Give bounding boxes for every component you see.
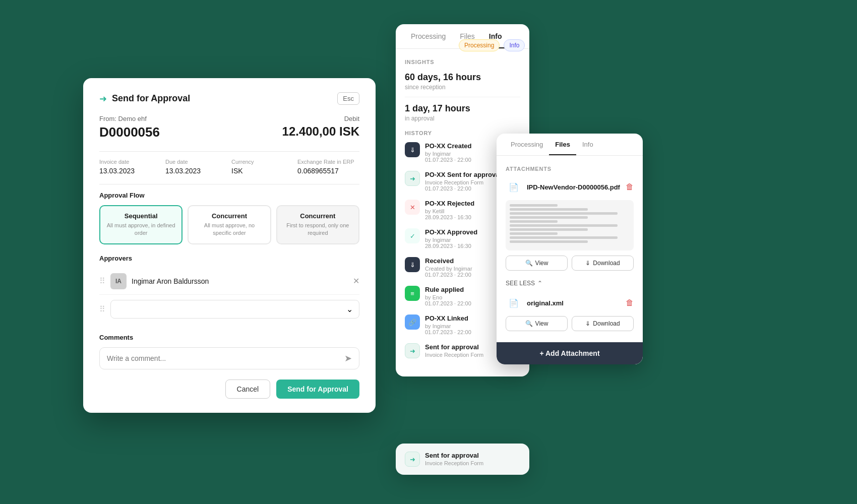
invoice-details: Invoice date 13.03.2023 Due date 13.03.2… [99, 159, 359, 175]
invoice-date-value: 13.03.2023 [99, 167, 161, 175]
comments-label: Comments [99, 334, 359, 341]
invoice-info: From: Demo ehf D0000056 Debit 12.400,00 … [99, 115, 359, 140]
due-date-value: 13.03.2023 [165, 167, 227, 175]
drag-handle-icon[interactable]: ⠿ [99, 276, 105, 286]
insight-approval-value: 1 day, 17 hours [405, 103, 520, 114]
attachment-xml: 📄 original.xml 🗑 🔍 View ⇓ Download [506, 295, 634, 331]
flow-option-concurrent-1-title: Concurrent [195, 212, 264, 220]
panel2-tab-files[interactable]: Files [549, 134, 576, 155]
approver-remove-button[interactable]: ✕ [353, 276, 359, 286]
bottom-send-icon: ➜ [405, 452, 420, 467]
approver-name: Ingimar Aron Baldursson [132, 277, 348, 285]
from-label: From: Demo ehf [99, 115, 160, 122]
divider-1 [99, 151, 359, 152]
approver-avatar: IA [110, 273, 127, 289]
info-badge: Info [504, 39, 525, 51]
panel2-tabs: Processing Files Info [497, 134, 643, 156]
processing-badge: Processing [459, 39, 500, 51]
comment-input[interactable] [107, 354, 344, 362]
flow-option-sequential[interactable]: Sequential All must approve, in defined … [99, 205, 182, 244]
attachment-pdf: 📄 IPD-NewVendor-D0000056.pdf 🗑 [506, 179, 634, 271]
insight-reception: 60 days, 16 hours since reception [405, 72, 520, 91]
due-date-label: Due date [165, 159, 227, 165]
esc-button[interactable]: Esc [337, 92, 359, 105]
insight-approval: 1 day, 17 hours in approval [405, 103, 520, 122]
flow-option-concurrent-2-title: Concurrent [283, 212, 352, 220]
approvers-section: Approvers ⠿ IA Ingimar Aron Baldursson ✕… [99, 255, 359, 324]
see-less-label: SEE LESS [506, 280, 535, 287]
pdf-delete-button[interactable]: 🗑 [626, 182, 634, 192]
preview-line-1 [510, 204, 558, 207]
dropdown-chevron-icon: ⌄ [346, 304, 353, 314]
chevron-up-icon: ⌃ [537, 280, 542, 287]
see-less-button[interactable]: SEE LESS ⌃ [506, 278, 542, 293]
status-badges-top: Processing Info [459, 39, 525, 51]
bottom-history-sub: Invoice Reception Form [425, 460, 483, 466]
history-icon-send: ➜ [405, 171, 420, 186]
approver-empty-row: ⠿ ⌄ [99, 295, 359, 324]
insights-label: INSIGHTS [405, 59, 520, 65]
invoice-date-item: Invoice date 13.03.2023 [99, 159, 161, 175]
exchange-label: Exchange Rate in ERP [297, 159, 359, 165]
preview-line-2 [510, 208, 588, 211]
attachments-label: ATTACHMENTS [506, 166, 634, 172]
approver-dropdown[interactable]: ⌄ [110, 300, 359, 319]
pdf-file-icon: 📄 [506, 179, 522, 195]
currency-item: Currency ISK [231, 159, 293, 175]
drag-handle-2-icon[interactable]: ⠿ [99, 304, 105, 314]
insight-reception-value: 60 days, 16 hours [405, 72, 520, 83]
send-approval-button[interactable]: Send for Approval [276, 380, 359, 399]
modal-title: Send for Approval [112, 93, 190, 104]
modal-title-area: ➜ Send for Approval [99, 93, 190, 104]
flow-option-concurrent-2[interactable]: Concurrent First to respond, only one re… [276, 205, 359, 244]
debit-label: Debit [282, 115, 359, 122]
preview-line-3 [510, 212, 618, 215]
tab-processing[interactable]: Processing [404, 24, 453, 48]
bottom-history-title: Sent for approval [425, 452, 483, 459]
insight-approval-sub: in approval [405, 115, 520, 122]
attachment-pdf-header: 📄 IPD-NewVendor-D0000056.pdf 🗑 [506, 179, 634, 195]
history-icon-send2: ➜ [405, 343, 420, 358]
preview-line-10 [510, 240, 588, 243]
flow-option-sequential-title: Sequential [106, 212, 175, 220]
xml-view-button[interactable]: 🔍 View [506, 316, 568, 331]
pdf-actions: 🔍 View ⇓ Download [506, 256, 634, 271]
xml-view-label: View [535, 320, 548, 327]
add-attachment-button[interactable]: + Add Attachment [497, 342, 643, 364]
approval-flow-options: Sequential All must approve, in defined … [99, 205, 359, 244]
panel2-tab-info[interactable]: Info [576, 134, 599, 155]
history-icon-reject: ✕ [405, 200, 420, 215]
cancel-button[interactable]: Cancel [225, 380, 271, 399]
pdf-download-button[interactable]: ⇓ Download [572, 256, 634, 271]
invoice-date-label: Invoice date [99, 159, 161, 165]
xml-actions: 🔍 View ⇓ Download [506, 316, 634, 331]
flow-option-concurrent-2-desc: First to respond, only one required [283, 222, 352, 237]
panel-bottom: ➜ Sent for approval Invoice Reception Fo… [396, 444, 529, 475]
flow-option-sequential-desc: All must approve, in defined order [106, 222, 175, 237]
debit-amount: 12.400,00 ISK [282, 124, 359, 139]
history-icon-received: ⇓ [405, 257, 420, 272]
panel2-content: ATTACHMENTS 📄 IPD-NewVendor-D0000056.pdf… [497, 156, 643, 342]
flow-option-concurrent-1[interactable]: Concurrent All must approve, no specific… [188, 205, 271, 244]
modal-actions: Cancel Send for Approval [99, 380, 359, 399]
bottom-history-text: Sent for approval Invoice Reception Form [425, 452, 483, 466]
send-comment-button[interactable]: ➤ [344, 353, 352, 364]
approval-flow-section: Approval Flow Sequential All must approv… [99, 192, 359, 244]
invoice-left: From: Demo ehf D0000056 [99, 115, 160, 140]
pdf-filename: IPD-NewVendor-D0000056.pdf [527, 183, 621, 191]
preview-line-8 [510, 232, 558, 235]
approvers-label: Approvers [99, 255, 359, 262]
send-for-approval-modal: ➜ Send for Approval Esc From: Demo ehf D… [83, 78, 376, 413]
insight-divider [405, 97, 520, 97]
panel2-tab-processing[interactable]: Processing [505, 134, 549, 155]
xml-filename: original.xml [527, 299, 621, 307]
pdf-view-button[interactable]: 🔍 View [506, 256, 568, 271]
xml-delete-button[interactable]: 🗑 [626, 298, 634, 307]
modal-header: ➜ Send for Approval Esc [99, 92, 359, 105]
xml-download-button[interactable]: ⇓ Download [572, 316, 634, 331]
preview-line-9 [510, 236, 618, 239]
flow-option-concurrent-1-desc: All must approve, no specific order [195, 222, 264, 237]
history-icon-approve: ✓ [405, 228, 420, 243]
xml-view-icon: 🔍 [525, 320, 533, 327]
insight-reception-sub: since reception [405, 84, 520, 91]
